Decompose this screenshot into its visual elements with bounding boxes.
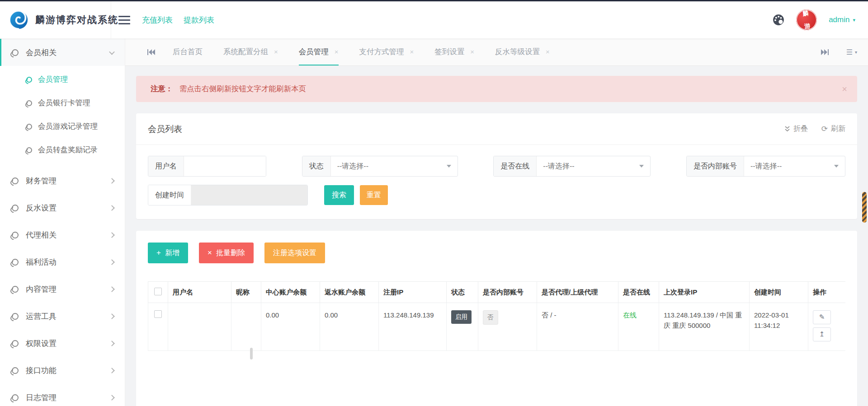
col-status: 状态 (447, 282, 478, 303)
sidebar-group-api-functions[interactable]: 接口功能 (0, 357, 125, 384)
arrow-up-bar-icon: ↥ (819, 329, 825, 340)
nav-withdraw-list[interactable]: 提款列表 (184, 15, 214, 25)
sidebar-group-permission-settings[interactable]: 权限设置 (0, 330, 125, 357)
circle-icon (12, 286, 19, 293)
edit-button[interactable]: ✎ (813, 310, 831, 324)
vertical-scrollbar-thumb[interactable] (862, 192, 867, 223)
chevron-right-icon (109, 232, 115, 238)
sidebar-group-log-manage[interactable]: 日志管理 (0, 384, 125, 406)
close-icon[interactable]: × (842, 84, 847, 94)
sidebar-group-agent-related[interactable]: 代理相关 (0, 221, 125, 248)
sidebar-group-welfare-activities[interactable]: 福利活动 (0, 248, 125, 275)
internal-account-select[interactable]: --请选择-- (744, 156, 845, 176)
circle-icon (12, 394, 19, 401)
sidebar-toggle-icon[interactable] (118, 16, 130, 24)
add-button[interactable]: + 新增 (148, 243, 188, 263)
close-icon[interactable]: × (410, 48, 414, 56)
tab-checkin-settings[interactable]: 签到设置 × (434, 39, 474, 65)
sidebar-group-finance[interactable]: 财务管理 (0, 167, 125, 194)
chevron-right-icon (109, 205, 115, 211)
cell-register-ip: 113.248.149.139 (379, 303, 447, 351)
status-badge[interactable]: 启用 (451, 310, 472, 324)
col-created: 创建时间 (750, 282, 808, 303)
created-time-group: 创建时间 (148, 185, 308, 205)
close-icon[interactable]: × (335, 48, 339, 56)
tab-payment-method[interactable]: 支付方式管理 × (359, 39, 414, 65)
sidebar-group-rebate-settings[interactable]: 反水设置 (0, 194, 125, 221)
chevron-right-icon (109, 341, 115, 346)
chevron-right-icon (109, 259, 115, 265)
content: 注意： 需点击右侧刷新按钮文字才能刷新本页 × 会员列表 折叠 (125, 66, 868, 406)
notice-text: 需点击右侧刷新按钮文字才能刷新本页 (179, 84, 307, 94)
col-operation: 操作 (808, 282, 846, 303)
horizontal-scrollbar-thumb[interactable] (250, 348, 253, 359)
close-icon[interactable]: × (546, 48, 550, 56)
sidebar-group-content-manage[interactable]: 内容管理 (0, 275, 125, 303)
batch-delete-button[interactable]: × 批量删除 (199, 243, 254, 263)
collapse-button[interactable]: 折叠 (784, 124, 808, 134)
panel-header: 会员列表 折叠 ⟳ 刷新 (136, 113, 857, 145)
col-internal: 是否内部账号 (478, 282, 537, 303)
sidebar-item-member-wheel-rewards[interactable]: 会员转盘奖励记录 (0, 138, 125, 162)
circle-icon (26, 77, 32, 83)
circle-icon (12, 313, 19, 320)
sidebar-group-member-related[interactable]: 会员相关 (0, 39, 125, 66)
totop-button[interactable]: ↥ (813, 327, 831, 341)
notice-label: 注意： (151, 84, 173, 94)
header-nav: 充值列表 提款列表 (142, 15, 214, 25)
internal-account-group: 是否内部账号 --请选择-- (686, 156, 845, 177)
sidebar-item-member-bank-card[interactable]: 会员银行卡管理 (0, 91, 125, 115)
user-avatar[interactable]: 麟游 (795, 8, 818, 32)
internal-account-label: 是否内部账号 (687, 156, 744, 176)
nav-recharge-list[interactable]: 充值列表 (142, 15, 173, 25)
tabs-scroll-end-icon[interactable] (821, 39, 829, 65)
panel-tools: 折叠 ⟳ 刷新 (784, 124, 845, 134)
sidebar-group-operation-tools[interactable]: 运营工具 (0, 303, 125, 330)
notice-banner: 注意： 需点击右侧刷新按钮文字才能刷新本页 × (136, 76, 857, 102)
circle-icon (26, 100, 32, 106)
tab-member-manage[interactable]: 会员管理 × (299, 39, 339, 65)
sidebar-item-member-game-records[interactable]: 会员游戏记录管理 (0, 115, 125, 138)
app-title: 麟游博弈对战系统 (35, 14, 118, 26)
member-table-wrap: 用户名 昵称 中心账户余额 返水账户余额 注册IP 状态 是否内部账号 是否代理… (148, 281, 845, 351)
theme-palette-icon[interactable] (773, 14, 784, 26)
col-register-ip: 注册IP (379, 282, 447, 303)
tab-dashboard[interactable]: 后台首页 (173, 39, 203, 65)
tab-rebate-level-settings[interactable]: 反水等级设置 × (495, 39, 550, 65)
tabs-menu-icon[interactable]: ☰▾ (846, 39, 857, 65)
internal-badge: 否 (483, 310, 498, 325)
sidebar-item-member-manage[interactable]: 会员管理 (0, 68, 125, 91)
tab-system-config-group[interactable]: 系统配置分组 × (223, 39, 278, 65)
table-header-row: 用户名 昵称 中心账户余额 返水账户余额 注册IP 状态 是否内部账号 是否代理… (148, 282, 846, 303)
header-right: 麟游 admin ▾ (773, 9, 868, 30)
circle-icon (12, 367, 19, 374)
col-rebate-balance: 返水账户余额 (320, 282, 379, 303)
circle-icon (12, 49, 19, 56)
tabs-scroll-start-icon[interactable] (147, 49, 156, 56)
search-button[interactable]: 搜索 (324, 185, 354, 205)
chevron-down-icon (834, 165, 839, 168)
username-group: 用户名 (148, 156, 266, 177)
status-select[interactable]: --请选择-- (331, 156, 458, 176)
cell-agent: 否 / - (537, 303, 618, 351)
reset-button[interactable]: 重置 (360, 185, 388, 205)
username-input[interactable] (184, 156, 266, 176)
close-icon[interactable]: × (470, 48, 474, 56)
cell-rebate-balance: 0.00 (320, 303, 379, 351)
double-chevron-down-icon (784, 126, 790, 132)
tabs: 后台首页 系统配置分组 × 会员管理 × 支付方式管理 × (173, 39, 571, 65)
row-checkbox[interactable] (154, 310, 162, 318)
panel-title: 会员列表 (148, 123, 182, 135)
chevron-right-icon (109, 178, 115, 184)
user-menu[interactable]: admin ▾ (829, 15, 855, 24)
created-time-input[interactable] (191, 185, 307, 205)
close-icon[interactable]: × (274, 48, 278, 56)
register-options-button[interactable]: 注册选项设置 (264, 243, 325, 263)
refresh-button[interactable]: ⟳ 刷新 (821, 124, 845, 134)
select-all-checkbox[interactable] (154, 288, 162, 295)
plus-icon: + (156, 248, 161, 257)
member-table: 用户名 昵称 中心账户余额 返水账户余额 注册IP 状态 是否内部账号 是否代理… (148, 281, 845, 351)
online-group: 是否在线 --请选择-- (493, 156, 651, 177)
online-select[interactable]: --请选择-- (537, 156, 650, 176)
main-area: 后台首页 系统配置分组 × 会员管理 × 支付方式管理 × (125, 39, 868, 406)
